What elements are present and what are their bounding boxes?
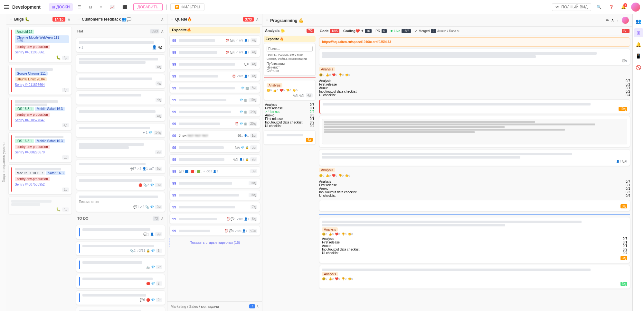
queue-card-14[interactable]: 99 18д xyxy=(169,190,260,200)
hot-card-8[interactable]: 💬7 ✓2 👤1 🗂7 9м xyxy=(76,159,165,174)
analysis-search-input[interactable] xyxy=(267,46,313,51)
hot-card-1[interactable]: ♦ 1 👤 4д xyxy=(76,38,165,52)
add-button[interactable]: ДОБАВИТЬ xyxy=(133,3,163,11)
rs-bell-button[interactable]: 🔔 xyxy=(634,40,643,49)
queue-card-1[interactable]: 99 ⏰ 💬1 ✓ 0/8 👤2 4д xyxy=(169,35,260,45)
bug-card-3[interactable]: iOS 16.3.1 Mobile Safari 16.3 sentry-env… xyxy=(8,97,72,130)
queue-card-9[interactable]: 99 3 тон тест тест тест 💬1 👤1 1м xyxy=(169,131,260,141)
hot-card-7[interactable]: 2м xyxy=(76,140,165,157)
filter-button[interactable]: 🔽 ФИЛЬТРЫ xyxy=(170,3,204,11)
todo-collapse[interactable]: ∧ xyxy=(161,216,164,221)
code-card-2[interactable]: 10д xyxy=(319,99,630,114)
programming-edit[interactable]: ✏ xyxy=(606,18,609,23)
hot-card-5[interactable]: 4д xyxy=(76,107,165,121)
sentry-link-3[interactable]: Sentry #4010527047 xyxy=(15,118,69,122)
queue-card-8[interactable]: 99 ⏰ 💎 🏢 20д xyxy=(169,119,260,129)
analysis-badge-3: Analysis xyxy=(322,227,338,232)
code-card-3[interactable]: 👤2 💬2 xyxy=(319,149,630,166)
todo-card-4-time: 2г xyxy=(156,281,162,286)
todo-card-5[interactable]: 💬1 🔴 💎 2г xyxy=(76,290,165,305)
sentry-link-2[interactable]: Sentry #4011696664 xyxy=(15,83,69,87)
queue-card-11[interactable]: 99 💬1 👤1 🔒 2м xyxy=(169,154,260,164)
sentry-link-5[interactable]: Sentry #4007536952 xyxy=(15,183,69,186)
queue-card-16[interactable]: 99 ⏰ 💬1 ✓0/8 👤1 6д xyxy=(169,214,260,224)
code-card-5[interactable]: Analysis 😊0 👍0 ❤️0 👎0 👏0 Analysis0/7 Fi xyxy=(319,217,630,263)
sentry-link-1[interactable]: Sentry #4011965661 xyxy=(15,50,69,54)
tab-boards[interactable]: ⊞ ДОСКИ xyxy=(49,3,73,11)
queue-card-2[interactable]: 99 ⏰ 💬1 ✓ 0/9 👤1 4д xyxy=(169,47,260,57)
menu-icon[interactable] xyxy=(4,5,9,9)
queue-card-13[interactable]: 99 18д xyxy=(169,178,260,188)
todo-card-1[interactable]: 💬1 👤 9м xyxy=(76,225,165,239)
bell-button[interactable]: 🔔 1 xyxy=(619,3,628,12)
bug-card-2[interactable]: Google Chrome 111 Ubuntu Linux 20.04 Sen… xyxy=(8,65,72,95)
url-card[interactable]: https://hq.kaiten.ru/space/1016/c ard/93… xyxy=(319,37,630,47)
tab-chart[interactable]: 📈 xyxy=(107,3,118,11)
queue-card-10[interactable]: 99 💬1 💎 🔒 3м xyxy=(169,142,260,152)
todo-card-4-line xyxy=(82,278,153,280)
fullview-button[interactable]: 👁 ПОЛНЫЙ ВИД xyxy=(552,3,591,11)
side-label[interactable]: Задачи верхнего уровня xyxy=(0,14,6,311)
sentry-link-4[interactable]: Sentry #4008293670 xyxy=(15,151,69,154)
code-card-4[interactable]: 3д xyxy=(319,200,630,211)
r3-5: 👏0 xyxy=(348,233,353,236)
rs-users-button[interactable]: 👥 xyxy=(634,17,643,26)
hot-card-4[interactable]: 4д xyxy=(76,90,165,105)
analysis-card-3[interactable]: 4д xyxy=(264,130,316,145)
queue-card-4[interactable]: 99 ⏰ ✓0/8 👤3 4д xyxy=(169,71,260,81)
todo-card-5-footer: 💬1 🔴 💎 2г xyxy=(82,298,162,302)
todo-card-6[interactable]: Письмо-ответ 2г xyxy=(76,307,165,311)
tab-table[interactable]: ⊟ xyxy=(86,3,95,11)
bug-card-6[interactable]: 🐛 4д xyxy=(8,197,72,215)
bug-time-1: 4д xyxy=(62,56,69,60)
tab-gantt[interactable]: ≡ xyxy=(97,3,105,11)
queue-card-15[interactable]: 99 7д xyxy=(169,202,260,212)
marketing-expand[interactable]: ∧ xyxy=(256,304,259,308)
programming-collapse[interactable]: ∧ xyxy=(611,18,614,23)
tab-list[interactable]: ☰ xyxy=(75,3,84,11)
queue-card-3[interactable]: 99 💬1 4д xyxy=(169,59,260,69)
analysis-card-2[interactable]: Analysis 😊0 👍0 ❤️0 👎0 👏0 💬1 💬1 4д xyxy=(264,80,316,100)
queue-card-12[interactable]: 99 💬3 🟦1 🟥1 🟩1 ✓ 0/15 👤3 3м xyxy=(169,166,260,176)
queue-card-6[interactable]: 99 💎 🏢 10д xyxy=(169,95,260,105)
show-more-button[interactable]: Показать старые карточки (16) xyxy=(169,238,260,247)
queue-card-5[interactable]: 99 💎 🏢 8м xyxy=(169,83,260,93)
bug-card-4[interactable]: iOS 16.3.1 Mobile Safari 16.3 sentry-env… xyxy=(8,132,72,162)
rs-block-button[interactable]: 🚫 xyxy=(634,63,643,72)
programming-add[interactable]: + xyxy=(602,18,604,23)
tab-extra[interactable]: ⬛ xyxy=(119,3,130,11)
hot-card-3[interactable]: 4д xyxy=(76,74,165,88)
bug-card-5[interactable]: Mac OS X 10.15.7 Safari 16.3 sentry-env-… xyxy=(8,164,72,195)
coding-add[interactable]: + xyxy=(361,29,364,33)
code-document-card[interactable] xyxy=(319,116,630,147)
user-avatar[interactable] xyxy=(631,3,640,12)
hot-card-10[interactable]: Письмо-ответ 💬1 ✓2 📎 💎 2м xyxy=(76,192,165,212)
queue-collapse[interactable]: ∧ xyxy=(256,17,259,22)
bug-icon-1: 🐛 xyxy=(56,55,61,60)
hot-collapse[interactable]: ∧ xyxy=(161,29,164,34)
bugs-collapse-button[interactable]: ∧ xyxy=(67,17,71,22)
bug-card-2-tags: Google Chrome 111 xyxy=(15,71,69,76)
queue-card-3-meta: 💬1 xyxy=(244,63,249,66)
code-card-3-footer: 👤2 💬2 xyxy=(322,160,627,163)
help-button[interactable]: ❓ xyxy=(607,3,616,12)
rs-apps-button[interactable]: 📱 xyxy=(634,51,643,60)
queue-card-7[interactable]: 99 💎 🏢 14д xyxy=(169,107,260,117)
hot-card-6[interactable]: ♥ 1 💎 14д xyxy=(76,123,165,138)
bug-card-1[interactable]: Android 12 Chrome Mobile WebView 111 0.5… xyxy=(8,27,72,63)
hot-card-9[interactable]: 🔴 📎2 💎 9м xyxy=(76,176,165,190)
customer-feedback-collapse[interactable]: ∧ xyxy=(161,17,164,22)
search-button[interactable]: 🔍 xyxy=(594,3,603,12)
code-card-6[interactable]: Analysis 😊0 👍0 ❤️0 👎0 👏0 3д xyxy=(319,265,630,289)
code-card-1[interactable]: 💬1 xyxy=(319,49,630,65)
analysis-card-1[interactable]: Группы: Размер, Story Map, Связки, Файлы… xyxy=(264,43,316,76)
todo-card-2[interactable]: 📎2 ✓2/11 🔒 💎 1г xyxy=(76,241,165,256)
queue-card-17[interactable]: 99 ⏰ 💬1 ✓0/8 👤1 <1в xyxy=(169,226,260,236)
queue-card-6-footer: 💎 🏢 10д xyxy=(240,98,257,102)
hot-card-2[interactable]: 4д xyxy=(76,54,165,72)
hot-card-3-footer: 4д xyxy=(79,81,162,86)
todo-card-4[interactable]: 🔴 💎 2г xyxy=(76,274,165,288)
programming-menu[interactable]: ⋮ xyxy=(616,18,620,23)
todo-card-3[interactable]: 🚲 💎 2г xyxy=(76,258,165,272)
rs-layout-button[interactable]: ⊞ xyxy=(634,28,643,37)
